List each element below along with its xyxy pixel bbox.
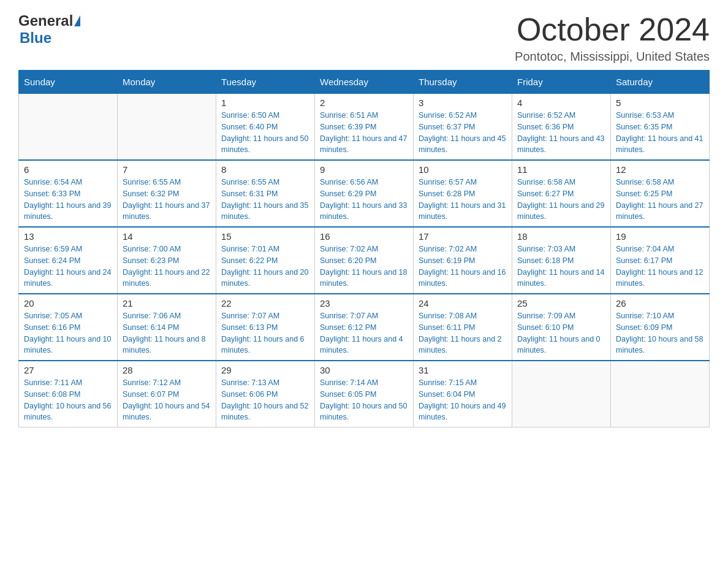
day-info: Sunrise: 7:08 AMSunset: 6:11 PMDaylight:… [419,310,507,356]
day-number: 16 [320,231,408,242]
calendar-day-cell: 2Sunrise: 6:51 AMSunset: 6:39 PMDaylight… [315,94,414,161]
day-number: 3 [419,98,507,108]
day-info: Sunrise: 6:58 AMSunset: 6:25 PMDaylight:… [616,177,704,223]
logo-blue-text: Blue [20,29,82,47]
calendar-day-cell [19,94,118,161]
day-info: Sunrise: 7:07 AMSunset: 6:13 PMDaylight:… [221,310,309,356]
day-info: Sunrise: 7:06 AMSunset: 6:14 PMDaylight:… [123,310,211,356]
day-number: 6 [24,164,112,175]
weekday-header: Monday [118,71,216,94]
day-info: Sunrise: 7:07 AMSunset: 6:12 PMDaylight:… [320,310,408,356]
calendar-day-cell: 7Sunrise: 6:55 AMSunset: 6:32 PMDaylight… [118,160,216,227]
weekday-header-row: SundayMondayTuesdayWednesdayThursdayFrid… [19,71,710,94]
calendar-day-cell: 21Sunrise: 7:06 AMSunset: 6:14 PMDayligh… [118,294,216,361]
day-number: 20 [24,298,112,308]
day-info: Sunrise: 7:01 AMSunset: 6:22 PMDaylight:… [221,243,309,289]
day-info: Sunrise: 7:04 AMSunset: 6:17 PMDaylight:… [616,243,704,289]
day-info: Sunrise: 6:50 AMSunset: 6:40 PMDaylight:… [221,110,309,156]
calendar-day-cell [118,94,216,161]
day-info: Sunrise: 7:05 AMSunset: 6:16 PMDaylight:… [24,310,112,356]
day-number: 17 [419,231,507,242]
day-info: Sunrise: 6:58 AMSunset: 6:27 PMDaylight:… [517,177,605,223]
day-info: Sunrise: 6:55 AMSunset: 6:32 PMDaylight:… [123,177,211,223]
weekday-header: Sunday [19,71,118,94]
day-number: 15 [221,231,309,242]
day-number: 7 [123,164,211,175]
day-number: 12 [616,164,704,175]
day-number: 19 [616,231,704,242]
calendar-day-cell: 16Sunrise: 7:02 AMSunset: 6:20 PMDayligh… [315,227,414,294]
calendar-day-cell: 17Sunrise: 7:02 AMSunset: 6:19 PMDayligh… [414,227,512,294]
day-info: Sunrise: 7:15 AMSunset: 6:04 PMDaylight:… [419,377,507,423]
weekday-header: Tuesday [216,71,315,94]
day-info: Sunrise: 6:52 AMSunset: 6:36 PMDaylight:… [517,110,605,156]
weekday-header: Friday [512,71,611,94]
calendar-day-cell: 1Sunrise: 6:50 AMSunset: 6:40 PMDaylight… [216,94,315,161]
day-number: 11 [517,164,605,175]
day-info: Sunrise: 6:59 AMSunset: 6:24 PMDaylight:… [24,243,112,289]
calendar-table: SundayMondayTuesdayWednesdayThursdayFrid… [18,70,710,427]
day-info: Sunrise: 6:55 AMSunset: 6:31 PMDaylight:… [221,177,309,223]
day-number: 4 [517,98,605,108]
day-number: 30 [320,365,408,375]
day-info: Sunrise: 7:13 AMSunset: 6:06 PMDaylight:… [221,377,309,423]
calendar-day-cell [512,361,611,427]
day-number: 1 [221,98,309,108]
calendar-day-cell: 5Sunrise: 6:53 AMSunset: 6:35 PMDaylight… [611,94,710,161]
calendar-day-cell: 6Sunrise: 6:54 AMSunset: 6:33 PMDaylight… [19,160,118,227]
calendar-day-cell: 24Sunrise: 7:08 AMSunset: 6:11 PMDayligh… [414,294,512,361]
weekday-header: Saturday [611,71,710,94]
calendar-day-cell: 29Sunrise: 7:13 AMSunset: 6:06 PMDayligh… [216,361,315,427]
day-number: 21 [123,298,211,308]
day-number: 26 [616,298,704,308]
calendar-week-row: 13Sunrise: 6:59 AMSunset: 6:24 PMDayligh… [19,227,710,294]
calendar-day-cell: 10Sunrise: 6:57 AMSunset: 6:28 PMDayligh… [414,160,512,227]
day-number: 9 [320,164,408,175]
day-number: 29 [221,365,309,375]
calendar-day-cell: 27Sunrise: 7:11 AMSunset: 6:08 PMDayligh… [19,361,118,427]
calendar-day-cell: 26Sunrise: 7:10 AMSunset: 6:09 PMDayligh… [611,294,710,361]
calendar-day-cell: 20Sunrise: 7:05 AMSunset: 6:16 PMDayligh… [19,294,118,361]
calendar-day-cell: 18Sunrise: 7:03 AMSunset: 6:18 PMDayligh… [512,227,611,294]
calendar-day-cell: 28Sunrise: 7:12 AMSunset: 6:07 PMDayligh… [118,361,216,427]
day-info: Sunrise: 6:56 AMSunset: 6:29 PMDaylight:… [320,177,408,223]
day-number: 25 [517,298,605,308]
day-info: Sunrise: 7:02 AMSunset: 6:19 PMDaylight:… [419,243,507,289]
day-number: 22 [221,298,309,308]
day-number: 28 [123,365,211,375]
calendar-day-cell: 14Sunrise: 7:00 AMSunset: 6:23 PMDayligh… [118,227,216,294]
day-info: Sunrise: 7:12 AMSunset: 6:07 PMDaylight:… [123,377,211,423]
calendar-day-cell: 23Sunrise: 7:07 AMSunset: 6:12 PMDayligh… [315,294,414,361]
day-info: Sunrise: 7:14 AMSunset: 6:05 PMDaylight:… [320,377,408,423]
day-info: Sunrise: 7:09 AMSunset: 6:10 PMDaylight:… [517,310,605,356]
calendar-week-row: 6Sunrise: 6:54 AMSunset: 6:33 PMDaylight… [19,160,710,227]
day-number: 27 [24,365,112,375]
calendar-day-cell: 9Sunrise: 6:56 AMSunset: 6:29 PMDaylight… [315,160,414,227]
calendar-day-cell: 31Sunrise: 7:15 AMSunset: 6:04 PMDayligh… [414,361,512,427]
day-number: 10 [419,164,507,175]
calendar-week-row: 1Sunrise: 6:50 AMSunset: 6:40 PMDaylight… [19,94,710,161]
month-title: October 2024 [515,12,710,47]
logo: General Blue [18,12,82,47]
calendar-day-cell: 11Sunrise: 6:58 AMSunset: 6:27 PMDayligh… [512,160,611,227]
title-area: October 2024 Pontotoc, Mississippi, Unit… [515,12,710,64]
calendar-day-cell: 12Sunrise: 6:58 AMSunset: 6:25 PMDayligh… [611,160,710,227]
logo-general-text: General [18,12,73,29]
weekday-header: Thursday [414,71,512,94]
day-info: Sunrise: 6:51 AMSunset: 6:39 PMDaylight:… [320,110,408,156]
calendar-day-cell: 25Sunrise: 7:09 AMSunset: 6:10 PMDayligh… [512,294,611,361]
day-number: 8 [221,164,309,175]
calendar-day-cell: 13Sunrise: 6:59 AMSunset: 6:24 PMDayligh… [19,227,118,294]
calendar-day-cell: 19Sunrise: 7:04 AMSunset: 6:17 PMDayligh… [611,227,710,294]
day-info: Sunrise: 6:53 AMSunset: 6:35 PMDaylight:… [616,110,704,156]
day-info: Sunrise: 7:02 AMSunset: 6:20 PMDaylight:… [320,243,408,289]
calendar-week-row: 20Sunrise: 7:05 AMSunset: 6:16 PMDayligh… [19,294,710,361]
day-number: 24 [419,298,507,308]
day-number: 2 [320,98,408,108]
page-header: General Blue October 2024 Pontotoc, Miss… [18,12,710,64]
logo-triangle-icon [74,15,80,26]
day-number: 14 [123,231,211,242]
day-info: Sunrise: 7:00 AMSunset: 6:23 PMDaylight:… [123,243,211,289]
day-info: Sunrise: 7:03 AMSunset: 6:18 PMDaylight:… [517,243,605,289]
day-number: 13 [24,231,112,242]
